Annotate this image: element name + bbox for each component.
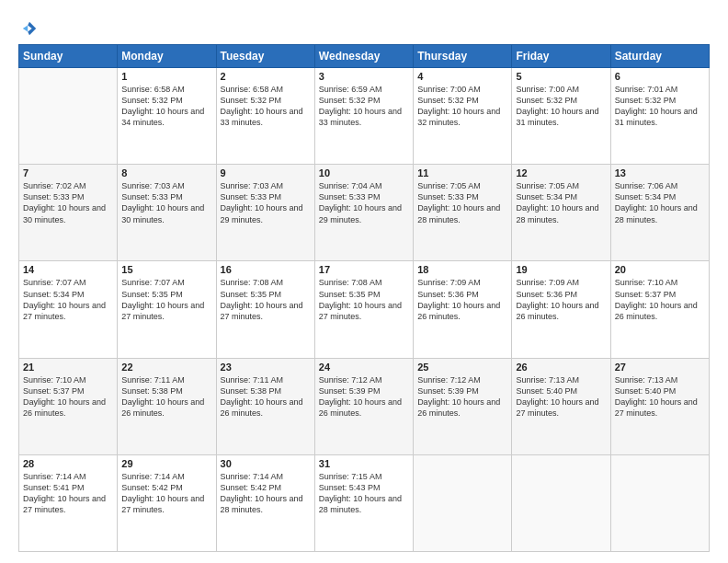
day-detail: Sunrise: 7:15 AMSunset: 5:43 PMDaylight:… — [319, 471, 409, 516]
header — [18, 17, 710, 37]
logo-icon — [21, 20, 38, 37]
day-number: 11 — [417, 167, 507, 178]
day-detail: Sunrise: 7:00 AMSunset: 5:32 PMDaylight:… — [417, 84, 507, 129]
day-detail: Sunrise: 7:10 AMSunset: 5:37 PMDaylight:… — [23, 374, 113, 419]
day-of-week-header: Sunday — [19, 45, 118, 68]
calendar-cell: 31Sunrise: 7:15 AMSunset: 5:43 PMDayligh… — [314, 454, 413, 551]
day-number: 5 — [516, 71, 606, 82]
calendar-cell: 13Sunrise: 7:06 AMSunset: 5:34 PMDayligh… — [610, 165, 709, 261]
day-number: 13 — [615, 167, 705, 178]
calendar-cell: 2Sunrise: 6:58 AMSunset: 5:32 PMDaylight… — [216, 68, 314, 165]
calendar-cell: 14Sunrise: 7:07 AMSunset: 5:34 PMDayligh… — [19, 261, 118, 358]
calendar-week-row: 21Sunrise: 7:10 AMSunset: 5:37 PMDayligh… — [19, 358, 710, 454]
day-number: 31 — [319, 458, 409, 469]
day-number: 15 — [121, 264, 211, 275]
day-detail: Sunrise: 7:09 AMSunset: 5:36 PMDaylight:… — [417, 277, 507, 322]
calendar-cell — [414, 454, 512, 551]
day-detail: Sunrise: 7:13 AMSunset: 5:40 PMDaylight:… — [615, 374, 705, 419]
day-detail: Sunrise: 7:07 AMSunset: 5:34 PMDaylight:… — [23, 277, 113, 322]
calendar-cell: 15Sunrise: 7:07 AMSunset: 5:35 PMDayligh… — [118, 261, 216, 358]
day-detail: Sunrise: 7:00 AMSunset: 5:32 PMDaylight:… — [516, 84, 606, 129]
calendar-cell — [512, 454, 610, 551]
calendar-table: SundayMondayTuesdayWednesdayThursdayFrid… — [18, 44, 710, 552]
day-number: 1 — [121, 71, 211, 82]
calendar-cell — [610, 454, 709, 551]
day-detail: Sunrise: 7:10 AMSunset: 5:37 PMDaylight:… — [615, 277, 705, 322]
calendar-cell: 1Sunrise: 6:58 AMSunset: 5:32 PMDaylight… — [118, 68, 216, 165]
calendar-cell: 21Sunrise: 7:10 AMSunset: 5:37 PMDayligh… — [19, 358, 118, 454]
calendar-cell: 4Sunrise: 7:00 AMSunset: 5:32 PMDaylight… — [414, 68, 512, 165]
calendar-cell: 10Sunrise: 7:04 AMSunset: 5:33 PMDayligh… — [314, 165, 413, 261]
calendar-cell: 29Sunrise: 7:14 AMSunset: 5:42 PMDayligh… — [118, 454, 216, 551]
calendar-header-row: SundayMondayTuesdayWednesdayThursdayFrid… — [19, 45, 710, 68]
day-of-week-header: Monday — [118, 45, 216, 68]
day-number: 27 — [615, 362, 705, 373]
calendar-cell: 7Sunrise: 7:02 AMSunset: 5:33 PMDaylight… — [19, 165, 118, 261]
day-number: 18 — [417, 264, 507, 275]
calendar-cell: 23Sunrise: 7:11 AMSunset: 5:38 PMDayligh… — [216, 358, 314, 454]
day-detail: Sunrise: 6:58 AMSunset: 5:32 PMDaylight:… — [221, 84, 311, 129]
calendar-cell: 20Sunrise: 7:10 AMSunset: 5:37 PMDayligh… — [610, 261, 709, 358]
day-number: 30 — [221, 458, 311, 469]
calendar-cell: 28Sunrise: 7:14 AMSunset: 5:41 PMDayligh… — [19, 454, 118, 551]
calendar-cell: 22Sunrise: 7:11 AMSunset: 5:38 PMDayligh… — [118, 358, 216, 454]
day-detail: Sunrise: 7:12 AMSunset: 5:39 PMDaylight:… — [417, 374, 507, 419]
day-of-week-header: Thursday — [414, 45, 512, 68]
day-detail: Sunrise: 7:01 AMSunset: 5:32 PMDaylight:… — [615, 84, 705, 129]
day-number: 28 — [23, 458, 113, 469]
day-detail: Sunrise: 7:02 AMSunset: 5:33 PMDaylight:… — [23, 180, 113, 225]
day-number: 2 — [221, 71, 311, 82]
day-detail: Sunrise: 7:13 AMSunset: 5:40 PMDaylight:… — [516, 374, 606, 419]
page: SundayMondayTuesdayWednesdayThursdayFrid… — [0, 0, 728, 563]
calendar-week-row: 28Sunrise: 7:14 AMSunset: 5:41 PMDayligh… — [19, 454, 710, 551]
calendar-cell: 24Sunrise: 7:12 AMSunset: 5:39 PMDayligh… — [314, 358, 413, 454]
day-detail: Sunrise: 7:14 AMSunset: 5:41 PMDaylight:… — [23, 471, 113, 516]
day-number: 9 — [221, 167, 311, 178]
svg-marker-1 — [23, 25, 28, 31]
calendar-cell: 12Sunrise: 7:05 AMSunset: 5:34 PMDayligh… — [512, 165, 610, 261]
day-number: 21 — [23, 362, 113, 373]
day-number: 3 — [319, 71, 409, 82]
day-detail: Sunrise: 7:05 AMSunset: 5:33 PMDaylight:… — [417, 180, 507, 225]
day-of-week-header: Tuesday — [216, 45, 314, 68]
day-of-week-header: Friday — [512, 45, 610, 68]
day-detail: Sunrise: 7:04 AMSunset: 5:33 PMDaylight:… — [319, 180, 409, 225]
calendar-cell: 9Sunrise: 7:03 AMSunset: 5:33 PMDaylight… — [216, 165, 314, 261]
calendar-cell — [19, 68, 118, 165]
calendar-cell: 17Sunrise: 7:08 AMSunset: 5:35 PMDayligh… — [314, 261, 413, 358]
day-detail: Sunrise: 7:11 AMSunset: 5:38 PMDaylight:… — [221, 374, 311, 419]
day-number: 22 — [121, 362, 211, 373]
day-number: 29 — [121, 458, 211, 469]
day-detail: Sunrise: 7:09 AMSunset: 5:36 PMDaylight:… — [516, 277, 606, 322]
day-number: 19 — [516, 264, 606, 275]
day-number: 14 — [23, 264, 113, 275]
svg-marker-0 — [28, 22, 36, 35]
day-number: 26 — [516, 362, 606, 373]
day-detail: Sunrise: 7:06 AMSunset: 5:34 PMDaylight:… — [615, 180, 705, 225]
calendar-cell: 3Sunrise: 6:59 AMSunset: 5:32 PMDaylight… — [314, 68, 413, 165]
day-detail: Sunrise: 7:14 AMSunset: 5:42 PMDaylight:… — [221, 471, 311, 516]
day-number: 25 — [417, 362, 507, 373]
day-detail: Sunrise: 6:58 AMSunset: 5:32 PMDaylight:… — [121, 84, 211, 129]
day-detail: Sunrise: 6:59 AMSunset: 5:32 PMDaylight:… — [319, 84, 409, 129]
day-detail: Sunrise: 7:14 AMSunset: 5:42 PMDaylight:… — [121, 471, 211, 516]
day-number: 20 — [615, 264, 705, 275]
calendar-week-row: 14Sunrise: 7:07 AMSunset: 5:34 PMDayligh… — [19, 261, 710, 358]
day-number: 8 — [121, 167, 211, 178]
calendar-cell: 19Sunrise: 7:09 AMSunset: 5:36 PMDayligh… — [512, 261, 610, 358]
day-number: 10 — [319, 167, 409, 178]
calendar-cell: 26Sunrise: 7:13 AMSunset: 5:40 PMDayligh… — [512, 358, 610, 454]
day-detail: Sunrise: 7:03 AMSunset: 5:33 PMDaylight:… — [121, 180, 211, 225]
day-detail: Sunrise: 7:03 AMSunset: 5:33 PMDaylight:… — [221, 180, 311, 225]
calendar-cell: 5Sunrise: 7:00 AMSunset: 5:32 PMDaylight… — [512, 68, 610, 165]
day-detail: Sunrise: 7:05 AMSunset: 5:34 PMDaylight:… — [516, 180, 606, 225]
logo — [18, 17, 38, 37]
day-number: 17 — [319, 264, 409, 275]
calendar-cell: 27Sunrise: 7:13 AMSunset: 5:40 PMDayligh… — [610, 358, 709, 454]
day-number: 7 — [23, 167, 113, 178]
calendar-cell: 18Sunrise: 7:09 AMSunset: 5:36 PMDayligh… — [414, 261, 512, 358]
day-number: 23 — [221, 362, 311, 373]
day-of-week-header: Wednesday — [314, 45, 413, 68]
day-detail: Sunrise: 7:08 AMSunset: 5:35 PMDaylight:… — [319, 277, 409, 322]
calendar-cell: 25Sunrise: 7:12 AMSunset: 5:39 PMDayligh… — [414, 358, 512, 454]
